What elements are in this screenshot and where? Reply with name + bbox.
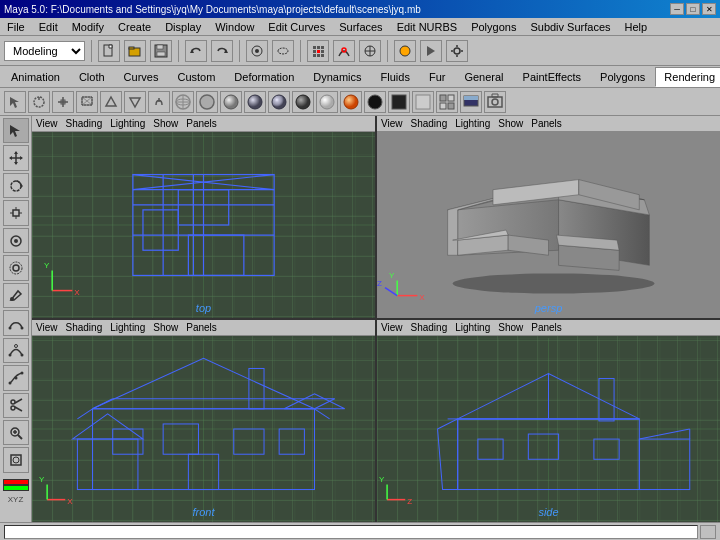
viewport-front-canvas[interactable]: X Y front [32,336,375,522]
vp-persp-show[interactable]: Show [498,118,523,129]
vp-top-panels[interactable]: Panels [186,118,217,129]
toolbar-select[interactable] [246,40,268,62]
vp-persp-view[interactable]: View [381,118,403,129]
menu-polygons[interactable]: Polygons [468,20,519,34]
sub-select-tool[interactable] [4,91,26,113]
tab-cloth[interactable]: Cloth [70,67,114,87]
sub-sphere-dark[interactable] [292,91,314,113]
toolbar-open[interactable] [124,40,146,62]
vp-front-lighting[interactable]: Lighting [110,322,145,333]
viewport-persp-canvas[interactable]: X Y Z persp [377,132,720,318]
status-input[interactable] [4,525,698,539]
toolbar-snap-point[interactable] [359,40,381,62]
tab-dynamics[interactable]: Dynamics [304,67,370,87]
sub-light-rect[interactable] [412,91,434,113]
menu-edit-nurbs[interactable]: Edit NURBS [394,20,461,34]
vp-persp-panels[interactable]: Panels [531,118,562,129]
menu-window[interactable]: Window [212,20,257,34]
viewport-persp[interactable]: View Shading Lighting Show Panels [377,116,720,318]
tab-animation[interactable]: Animation [2,67,69,87]
sub-sphere-orange[interactable] [340,91,362,113]
toolbar-new[interactable] [98,40,120,62]
vp-front-shading[interactable]: Shading [66,322,103,333]
sub-black-circle[interactable] [364,91,386,113]
tool-scale[interactable] [3,200,29,225]
sub-sphere-wire[interactable] [172,91,194,113]
viewport-top[interactable]: View Shading Lighting Show Panels [32,116,375,318]
viewport-side[interactable]: View Shading Lighting Show Panels [377,320,720,522]
viewport-front[interactable]: View Shading Lighting Show Panels [32,320,375,522]
toolbar-ipr[interactable] [420,40,442,62]
viewport-side-canvas[interactable]: Z Y side [377,336,720,522]
vp-side-panels[interactable]: Panels [531,322,562,333]
tool-ep-curve[interactable] [3,365,29,390]
toolbar-lasso[interactable] [272,40,294,62]
tool-curve1[interactable] [3,310,29,335]
sub-render-view[interactable] [460,91,482,113]
tab-fur[interactable]: Fur [420,67,455,87]
sub-grid-icon[interactable] [436,91,458,113]
toolbar-render[interactable] [394,40,416,62]
vp-top-shading[interactable]: Shading [66,118,103,129]
tool-soft-select[interactable] [3,255,29,280]
toolbar-snap-grid[interactable] [307,40,329,62]
sub-cross-tool[interactable] [52,91,74,113]
sub-paint-tool[interactable] [76,91,98,113]
close-button[interactable]: ✕ [702,3,716,15]
tool-move[interactable] [3,145,29,170]
sub-dark-rect[interactable] [388,91,410,113]
sub-sphere-smooth2[interactable] [244,91,266,113]
menu-modify[interactable]: Modify [69,20,107,34]
vp-top-view[interactable]: View [36,118,58,129]
menu-subdiv[interactable]: Subdiv Surfaces [527,20,613,34]
tab-polygons[interactable]: Polygons [591,67,654,87]
tool-scissors[interactable] [3,393,29,418]
vp-side-lighting[interactable]: Lighting [455,322,490,333]
toolbar-undo[interactable] [185,40,207,62]
menu-edit[interactable]: Edit [36,20,61,34]
sub-lasso-tool[interactable] [28,91,50,113]
tab-fluids[interactable]: Fluids [372,67,419,87]
sub-misc1[interactable] [100,91,122,113]
vp-front-view[interactable]: View [36,322,58,333]
sub-sphere-smooth[interactable] [220,91,242,113]
tool-curve2[interactable] [3,338,29,363]
menu-file[interactable]: File [4,20,28,34]
vp-front-show[interactable]: Show [153,322,178,333]
vp-front-panels[interactable]: Panels [186,322,217,333]
sub-sphere-glass[interactable] [268,91,290,113]
vp-top-lighting[interactable]: Lighting [110,118,145,129]
tab-custom[interactable]: Custom [168,67,224,87]
sub-sphere-bright[interactable] [316,91,338,113]
tab-curves[interactable]: Curves [115,67,168,87]
tool-select[interactable] [3,118,29,143]
sub-misc3[interactable] [148,91,170,113]
tool-zoom[interactable] [3,420,29,445]
tab-general[interactable]: General [455,67,512,87]
menu-help[interactable]: Help [622,20,651,34]
menu-display[interactable]: Display [162,20,204,34]
vp-side-show[interactable]: Show [498,322,523,333]
vp-side-shading[interactable]: Shading [411,322,448,333]
mode-dropdown[interactable]: Modeling Animation Rendering Dynamics [4,41,85,61]
status-scroll[interactable] [700,525,716,539]
maximize-button[interactable]: □ [686,3,700,15]
toolbar-render-settings[interactable] [446,40,468,62]
tool-universal[interactable] [3,228,29,253]
vp-persp-lighting[interactable]: Lighting [455,118,490,129]
menu-surfaces[interactable]: Surfaces [336,20,385,34]
tab-rendering[interactable]: Rendering [655,67,720,87]
tool-rotate[interactable] [3,173,29,198]
vp-top-show[interactable]: Show [153,118,178,129]
tab-painteffects[interactable]: PaintEffects [514,67,591,87]
tab-deformation[interactable]: Deformation [225,67,303,87]
menu-create[interactable]: Create [115,20,154,34]
toolbar-snap-curve[interactable] [333,40,355,62]
sub-camera-icon[interactable] [484,91,506,113]
sub-misc2[interactable] [124,91,146,113]
tool-misc1[interactable] [3,447,29,472]
toolbar-redo[interactable] [211,40,233,62]
menu-edit-curves[interactable]: Edit Curves [265,20,328,34]
minimize-button[interactable]: ─ [670,3,684,15]
toolbar-save[interactable] [150,40,172,62]
